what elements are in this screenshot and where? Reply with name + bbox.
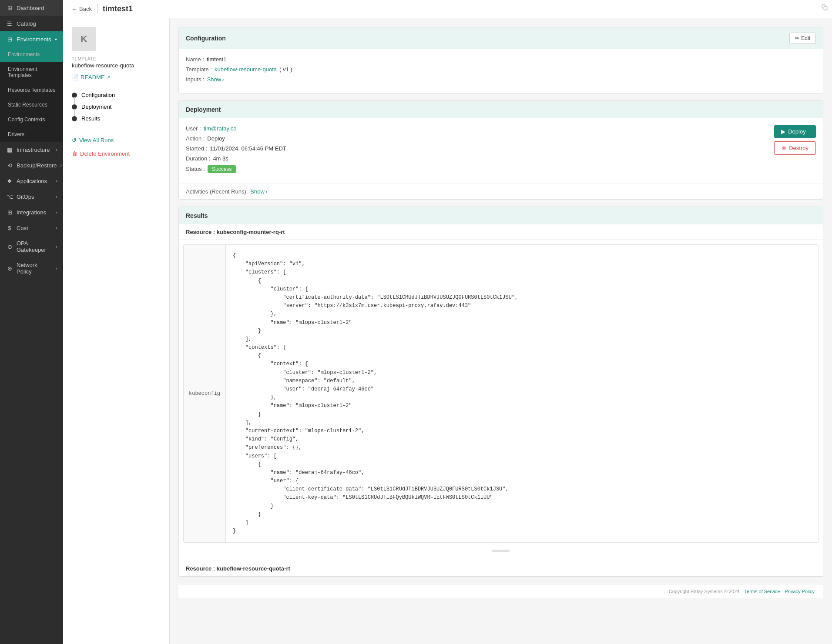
sidebar-subitem-environments[interactable]: Environments xyxy=(0,47,63,62)
left-panel: K TEMPLATE kubeflow-resource-quota 📄 REA… xyxy=(63,18,170,644)
resource2-label-row: Resource : kubeflow-resource-quota-rt xyxy=(179,561,823,577)
network-chevron-icon: › xyxy=(56,266,57,271)
infrastructure-icon: ▦ xyxy=(6,146,13,153)
sidebar-label-catalog: Catalog xyxy=(17,20,36,27)
sidebar-item-infrastructure[interactable]: ▦ Infrastructure › xyxy=(0,142,63,157)
cost-chevron-icon: › xyxy=(56,226,57,230)
destroy-label: Destroy xyxy=(789,145,809,151)
footer-copyright: Copyright Rafay Systems © 2024 xyxy=(669,589,740,594)
footer-terms-link[interactable]: Terms of Service xyxy=(745,589,780,594)
sidebar-item-integrations[interactable]: ⊞ Integrations › xyxy=(0,204,63,220)
step-label-configuration: Configuration xyxy=(81,92,115,98)
sidebar-item-opa-gatekeeper[interactable]: ⊙ OPA Gatekeeper › xyxy=(0,236,63,257)
code-block-1: kubeconfig { "apiVersion": "v1", "cluste… xyxy=(183,244,819,543)
sidebar-item-applications[interactable]: ❖ Applications › xyxy=(0,173,63,189)
deployment-duration-row: Duration : 4m 3s xyxy=(186,155,286,162)
config-name-label: Name : xyxy=(186,56,204,63)
step-label-deployment: Deployment xyxy=(81,103,111,110)
resource1-name: kubeconfig-mounter-rq-rt xyxy=(217,229,285,235)
readme-link[interactable]: 📄 README ↗ xyxy=(72,74,161,80)
template-label: TEMPLATE xyxy=(72,57,161,61)
config-inputs-row: Inputs : Show › xyxy=(186,76,816,83)
deployment-started-value: 11/01/2024, 06:54:46 PM EDT xyxy=(210,145,286,152)
destroy-button[interactable]: ⊗ Destroy xyxy=(774,141,816,155)
catalog-icon: ☰ xyxy=(6,20,13,27)
sidebar-subitem-drivers[interactable]: Drivers xyxy=(0,127,63,142)
configuration-card: Configuration ✏ Edit Name : timtest1 Tem… xyxy=(178,27,823,93)
sidebar-item-backup-restore[interactable]: ⟲ Backup/Restore › xyxy=(0,157,63,173)
footer-privacy-link[interactable]: Privacy Policy xyxy=(785,589,815,594)
sidebar-item-gitops[interactable]: ⌥ GitOps › xyxy=(0,189,63,204)
deployment-started-row: Started : 11/01/2024, 06:54:46 PM EDT xyxy=(186,145,286,152)
deploy-icon: ▶ xyxy=(781,128,785,135)
sidebar-sublabel-resource-templates: Resource Templates xyxy=(8,87,55,93)
deploy-button[interactable]: ▶ Deploy xyxy=(774,125,816,138)
config-inputs-label: Inputs : xyxy=(186,76,205,83)
sidebar-item-environments[interactable]: ⊟ Environments ▾ xyxy=(0,31,63,47)
infrastructure-chevron-icon: › xyxy=(56,147,57,152)
edit-icon: ✏ xyxy=(795,35,799,41)
back-arrow-icon: ← xyxy=(72,6,77,12)
template-name: kubeflow-resource-quota xyxy=(72,62,161,69)
code-side-label: kubeconfig xyxy=(184,245,226,542)
config-template-version: ( v1 ) xyxy=(279,66,292,73)
view-all-runs-link[interactable]: ↺ View All Runs xyxy=(72,135,161,146)
sidebar-label-gitops: GitOps xyxy=(17,194,34,200)
deployment-started-label: Started : xyxy=(186,145,207,152)
step-configuration[interactable]: Configuration xyxy=(72,89,161,101)
sidebar-item-cost[interactable]: $ Cost › xyxy=(0,220,63,236)
edit-button[interactable]: ✏ Edit xyxy=(789,33,816,44)
step-deployment[interactable]: Deployment xyxy=(72,101,161,113)
main-content: ← Back timtest1 K TEMPLATE kubeflow-reso… xyxy=(63,0,832,644)
config-template-row: Template : kubeflow-resource-quota ( v1 … xyxy=(186,66,816,73)
deployment-card-body: User : tim@rafay.co Action : Deploy Star… xyxy=(179,118,823,184)
dashboard-icon: ⊞ xyxy=(6,4,13,11)
sidebar-label-cost: Cost xyxy=(17,225,28,231)
sidebar-subitem-resource-templates[interactable]: Resource Templates xyxy=(0,83,63,97)
activities-show-link[interactable]: Show › xyxy=(250,188,267,195)
sidebar-subitem-config-contexts[interactable]: Config Contexts xyxy=(0,112,63,127)
back-label: Back xyxy=(79,6,92,12)
sidebar-label-dashboard: Dashboard xyxy=(17,5,44,11)
sidebar-sublabel-config-contexts: Config Contexts xyxy=(8,117,45,123)
deployment-card: Deployment User : tim@rafay.co Action : … xyxy=(178,100,823,200)
delete-env-label: Delete Environment xyxy=(80,150,130,157)
footer: Copyright Rafay Systems © 2024 Terms of … xyxy=(178,584,823,598)
status-badge: Success xyxy=(208,165,236,173)
environments-chevron-icon: ▾ xyxy=(55,37,57,42)
step-label-results: Results xyxy=(81,115,100,122)
sidebar-item-dashboard[interactable]: ⊞ Dashboard xyxy=(0,0,63,16)
code-content-1: { "apiVersion": "v1", "clusters": [ { "c… xyxy=(226,245,818,542)
inputs-show-link[interactable]: Show › xyxy=(207,76,224,83)
resource2-name: kubeflow-resource-quota-rt xyxy=(217,565,290,572)
activities-label: Activities (Recent Runs): xyxy=(186,188,248,195)
right-panel: Configuration ✏ Edit Name : timtest1 Tem… xyxy=(170,18,832,644)
backup-icon: ⟲ xyxy=(6,162,13,169)
integrations-chevron-icon: › xyxy=(56,210,57,215)
delete-environment-link[interactable]: 🗑 Delete Environment xyxy=(72,148,161,159)
applications-icon: ❖ xyxy=(6,177,13,184)
back-button[interactable]: ← Back xyxy=(72,6,92,12)
step-results[interactable]: Results xyxy=(72,113,161,124)
deployment-action-row: Action : Deploy xyxy=(186,135,286,142)
readme-icon: 📄 xyxy=(72,74,79,80)
config-name-row: Name : timtest1 xyxy=(186,56,816,63)
deployment-status-row: Status : Success xyxy=(186,165,286,173)
sidebar-item-network-policy[interactable]: ⊛ Network Policy › xyxy=(0,257,63,279)
sidebar-subitem-static-resources[interactable]: Static Resources xyxy=(0,97,63,112)
resource2-label: Resource : xyxy=(186,565,215,572)
config-template-value[interactable]: kubeflow-resource-quota xyxy=(215,66,277,73)
environments-icon: ⊟ xyxy=(6,36,13,43)
results-title: Results xyxy=(186,212,208,219)
sidebar-subitem-env-templates[interactable]: Environment Templates xyxy=(0,62,63,83)
activities-chevron-icon: › xyxy=(265,188,267,195)
results-card-header: Results xyxy=(179,207,823,224)
applications-chevron-icon: › xyxy=(56,179,57,184)
deployment-action-label: Action : xyxy=(186,135,205,142)
deployment-card-header: Deployment xyxy=(179,101,823,118)
sidebar-item-catalog[interactable]: ☰ Catalog xyxy=(0,16,63,31)
deployment-duration-value: 4m 3s xyxy=(213,155,228,162)
sidebar: ⊞ Dashboard ☰ Catalog ⊟ Environments ▾ E… xyxy=(0,0,63,644)
activities-show-label: Show xyxy=(250,188,265,195)
deployment-user-row: User : tim@rafay.co xyxy=(186,125,286,132)
